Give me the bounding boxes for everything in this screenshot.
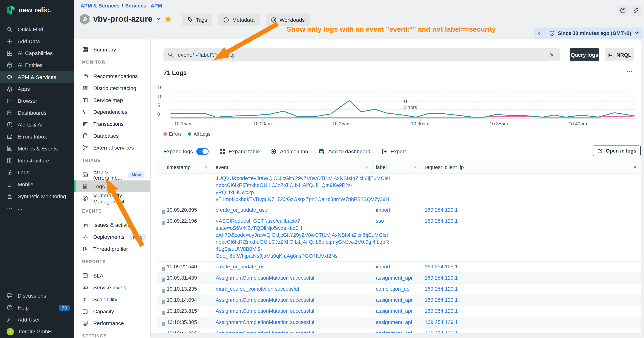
event-link[interactable]: JUQVU&code=eyJraWQiOiJjcGltY29yZV8wOTI1M… xyxy=(216,175,369,182)
subsidebar-item-dependencies[interactable]: Dependencies xyxy=(74,106,150,118)
ip-link[interactable]: 169.254.129.1 xyxy=(425,297,458,303)
subsidebar-item-recommendations[interactable]: Recommendations xyxy=(74,70,150,82)
event-link[interactable]: nppcCI6IkRlZmxhdGUiLCJzZXIiOiIxLjAifQ..I… xyxy=(216,182,369,196)
subsidebar-item-databases[interactable]: Databases xyxy=(74,130,150,142)
subsidebar-item-external-services[interactable]: External services xyxy=(74,142,150,154)
event-link[interactable]: AssignmentCompletionMutation successful xyxy=(216,319,369,326)
remove-column-icon[interactable] xyxy=(413,165,418,169)
subsidebar-item-deployments[interactable]: DeploymentsNew xyxy=(74,231,150,243)
clear-query-icon[interactable] xyxy=(548,50,556,59)
sidebar-item-iterativ-gmbh[interactable]: ◔Iterativ GmbH xyxy=(0,326,74,338)
ip-link[interactable]: 169.254.129.1 xyxy=(425,286,458,292)
label-link[interactable]: completion_api xyxy=(376,286,411,292)
favorite-star-icon[interactable] xyxy=(164,15,172,23)
event-link[interactable]: mark_course_completion successful xyxy=(216,286,369,293)
event-link[interactable]: AssignmentCompletionMutation successful xyxy=(216,297,369,304)
sidebar-item-add-data[interactable]: Add Data xyxy=(0,35,74,47)
subsidebar-item-service-map[interactable]: Service map xyxy=(74,94,150,106)
add-column-button[interactable]: Add column xyxy=(270,148,308,154)
sidebar-item-infrastructure[interactable]: Infrastructure xyxy=(0,155,74,167)
subsidebar-item-issues-activity[interactable]: Issues & activity xyxy=(74,219,150,231)
sidebar-item-discussions[interactable]: Discussions xyxy=(0,290,74,302)
label-link[interactable]: assignment_api xyxy=(376,297,412,303)
legend-item-errors[interactable]: Errors xyxy=(164,132,182,136)
sidebar-item-dashboards[interactable]: Dashboards xyxy=(0,107,74,119)
query-logs-button[interactable]: Query logs xyxy=(570,48,599,61)
sidebar-item-apm-services[interactable]: APM & Services xyxy=(0,71,74,83)
event-link[interactable]: <ASGIRequest: GET '/sso/callback/?state=… xyxy=(216,218,369,232)
label-link[interactable]: assignment_api xyxy=(376,319,412,325)
sidebar-item-all-capabilities[interactable]: All Capabilities xyxy=(0,47,74,59)
sidebar-item-item[interactable]: ... xyxy=(0,202,74,214)
subsidebar-item-capacity[interactable]: Capacity xyxy=(74,305,150,317)
add-to-dashboard-button[interactable]: Add to dashboard xyxy=(319,148,370,154)
event-link[interactable]: 4LgSjsuUW8B0Mi8-Gdo_f6ofWhjpatNs9jaMs9qK… xyxy=(216,246,369,260)
log-table-row[interactable]: 10:10:13.235mark_course_completion succe… xyxy=(157,284,641,295)
breadcrumb-services-apm[interactable]: Services - APM xyxy=(125,3,162,9)
label-link[interactable]: import xyxy=(376,264,390,270)
expand-logs-toggle[interactable]: Expand logs xyxy=(164,148,208,155)
event-link[interactable]: AssignmentCompletionMutation successful xyxy=(216,274,369,281)
subsidebar-item-logs[interactable]: Logs xyxy=(74,180,150,192)
ip-link[interactable]: 169.254.129.1 xyxy=(425,319,458,325)
breadcrumb-apm-services[interactable]: APM & Services xyxy=(80,3,120,9)
sidebar-item-alerts-ai[interactable]: Alerts & AI xyxy=(0,119,74,131)
subsidebar-item-distributed-tracing[interactable]: Distributed tracing xyxy=(74,82,150,94)
help-icon-button[interactable] xyxy=(617,5,628,16)
subsidebar-item-performance[interactable]: Performance xyxy=(74,317,150,329)
log-table-row[interactable]: 10:10:14.094AssignmentCompletionMutation… xyxy=(157,295,641,306)
ip-link[interactable]: 169.254.129.1 xyxy=(425,218,458,224)
sidebar-item-all-entities[interactable]: All Entities xyxy=(0,59,74,71)
label-link[interactable]: import xyxy=(376,207,390,213)
label-link[interactable]: assignment_api xyxy=(376,308,412,314)
sidebar-item-quick-find[interactable]: Quick Find xyxy=(0,24,74,35)
sidebar-item-apps[interactable]: Apps xyxy=(0,83,74,95)
tags-button[interactable]: Tags xyxy=(182,14,212,26)
sidebar-item-metrics-events[interactable]: Metrics & Events xyxy=(0,143,74,155)
expand-table-button[interactable]: Expand table xyxy=(219,148,260,154)
nrql-button[interactable]: NRQL xyxy=(605,48,634,61)
subsidebar-item-vulnerability-management[interactable]: Vulnerability Management xyxy=(74,192,150,204)
event-link[interactable]: AssignmentCompletionMutation successful xyxy=(216,308,369,315)
sidebar-item-help[interactable]: Help70 xyxy=(0,302,74,314)
log-table-row[interactable]: 10:10:35.305AssignmentCompletionMutation… xyxy=(157,317,641,328)
remove-column-icon[interactable] xyxy=(633,165,638,169)
subsidebar-item-thread-profiler[interactable]: Thread profiler xyxy=(74,243,150,255)
ip-link[interactable]: 169.254.129.1 xyxy=(425,264,458,270)
subsidebar-item-transactions[interactable]: Transactions xyxy=(74,118,150,130)
toggle-on-icon[interactable] xyxy=(196,148,208,155)
log-table-row[interactable]: 10:09:22.196<ASGIRequest: GET '/sso/call… xyxy=(157,216,641,262)
log-table-row[interactable]: 10:09:31.439AssignmentCompletionMutation… xyxy=(157,273,641,284)
sidebar-item-add-user[interactable]: Add User xyxy=(0,314,74,326)
sidebar-item-errors-inbox[interactable]: Errors Inbox xyxy=(0,131,74,143)
log-table-row[interactable]: 10:10:23.815AssignmentCompletionMutation… xyxy=(157,306,641,317)
log-table-row[interactable]: 10:09:22.540create_or_update_userimport1… xyxy=(157,262,641,273)
logs-timeseries-chart[interactable] xyxy=(170,81,636,119)
permalink-button[interactable] xyxy=(630,5,642,16)
time-back-chevron-icon[interactable] xyxy=(534,28,545,39)
label-link[interactable]: sso xyxy=(376,218,384,224)
log-table-row[interactable]: JUQVU&code=eyJraWQiOiJjcGltY29yZV8wOTI1M… xyxy=(157,173,641,205)
export-button[interactable]: Export xyxy=(381,148,406,154)
subsidebar-item-summary[interactable]: Summary xyxy=(74,44,150,56)
event-link[interactable]: create_or_update_user xyxy=(216,207,369,214)
open-in-logs-button[interactable]: Open in logs xyxy=(592,146,641,156)
time-forward-chevron-icon[interactable] xyxy=(635,30,641,37)
log-query-input[interactable] xyxy=(177,51,544,58)
ip-link[interactable]: 169.254.129.1 xyxy=(425,207,458,213)
subsidebar-item-scalability[interactable]: Scalability xyxy=(74,293,150,305)
sidebar-item-synthetic-monitoring[interactable]: Synthetic Monitoring xyxy=(0,190,74,202)
time-picker[interactable]: Since 30 minutes ago (GMT+2) xyxy=(534,28,642,39)
ip-link[interactable]: 169.254.129.1 xyxy=(425,275,458,281)
label-link[interactable]: assignment_api xyxy=(376,275,412,281)
workloads-button[interactable]: Workloads xyxy=(266,14,310,26)
ip-link[interactable]: 169.254.129.1 xyxy=(425,308,458,314)
event-link[interactable]: vE1moHpkhokTVBvguN7_72JtGzGsqxZpn2OaKc3n… xyxy=(216,196,369,203)
chart-overflow-menu-icon[interactable] xyxy=(626,68,633,76)
remove-column-icon[interactable] xyxy=(364,165,369,169)
event-link[interactable]: create_or_update_user xyxy=(216,263,369,270)
remove-column-icon[interactable] xyxy=(204,165,209,169)
log-table-row[interactable]: 10:09:20.895create_or_update_userimport1… xyxy=(157,205,641,216)
entity-dropdown-caret-icon[interactable] xyxy=(156,17,161,21)
new-relic-logo[interactable]: new relic. xyxy=(6,6,51,15)
